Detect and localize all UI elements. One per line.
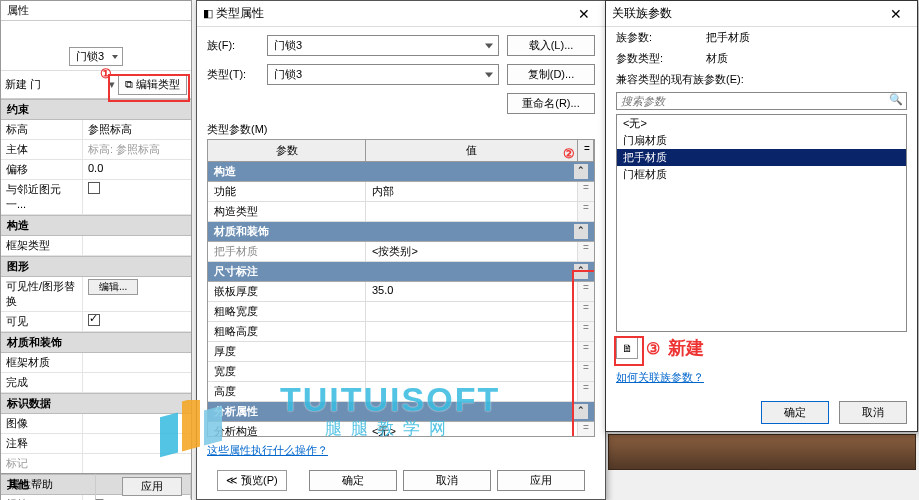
edit-type-label: 编辑类型 <box>136 77 180 92</box>
collapse-icon[interactable]: ⌃ <box>574 164 588 179</box>
lock-icon[interactable]: = <box>578 242 594 261</box>
row-fmat-label: 框架材质 <box>1 353 83 372</box>
param-list[interactable]: <无> 门扇材质 把手材质 门框材质 <box>616 114 907 332</box>
lock-icon[interactable]: = <box>578 202 594 221</box>
dialog-title: 类型属性 <box>216 5 569 22</box>
assoc-help-link[interactable]: 如何关联族参数？ <box>616 370 704 385</box>
row-offset-label: 偏移 <box>1 160 83 179</box>
type-selector[interactable]: 门锁3 <box>1 21 191 71</box>
section-identity: 标识数据 <box>1 393 191 414</box>
list-item[interactable]: 门扇材质 <box>617 132 906 149</box>
properties-panel: 属性 门锁3 新建 门 ▾ ⧉ 编辑类型 约束 标高参照标高 主体标高: 参照标… <box>0 0 192 500</box>
row-offset-val[interactable]: 0.0 <box>83 160 191 179</box>
width-val[interactable] <box>366 362 578 381</box>
assoc-titlebar[interactable]: 关联族参数 ✕ <box>606 1 917 27</box>
apply-button[interactable]: 应用 <box>497 470 585 491</box>
list-item[interactable]: <无> <box>617 115 906 132</box>
family-select[interactable]: 门锁3 <box>267 35 499 56</box>
type-properties-dialog: ◧ 类型属性 ✕ 族(F): 门锁3 载入(L)... 类型(T): 门锁3 复… <box>196 0 606 500</box>
height-val[interactable] <box>366 382 578 401</box>
width-label: 宽度 <box>208 362 366 381</box>
height-label: 高度 <box>208 382 366 401</box>
row-host-val: 标高: 参照标高 <box>83 140 191 159</box>
help-link[interactable]: 这些属性执行什么操作？ <box>207 443 328 458</box>
thick-val[interactable] <box>366 342 578 361</box>
type-select[interactable]: 门锁3 <box>267 64 499 85</box>
close-icon[interactable]: ✕ <box>569 6 599 22</box>
section-construction: 构造 <box>1 215 191 236</box>
copy-button[interactable]: 复制(D)... <box>507 64 595 85</box>
search-icon[interactable]: 🔍 <box>886 93 906 109</box>
help-link[interactable]: 属性帮助 <box>1 474 96 499</box>
func-val[interactable]: 内部 <box>366 182 578 201</box>
cat-construction[interactable]: 构造⌃ <box>208 162 594 182</box>
row-note-val[interactable] <box>83 434 191 453</box>
row-image-label: 图像 <box>1 414 83 433</box>
row-frame-val[interactable] <box>83 236 191 255</box>
apply-button[interactable]: 应用 <box>122 477 182 496</box>
cancel-button[interactable]: 取消 <box>403 470 491 491</box>
grid-header: 参数 值 = <box>208 140 594 162</box>
search-box[interactable]: 🔍 <box>616 92 907 110</box>
search-input[interactable] <box>617 93 886 109</box>
panelt-val[interactable]: 35.0 <box>366 282 578 301</box>
associate-dialog: 关联族参数 ✕ 族参数:把手材质 参数类型:材质 兼容类型的现有族参数(E): … <box>605 0 918 432</box>
rename-button[interactable]: 重命名(R)... <box>507 93 595 114</box>
row-adj-val[interactable] <box>83 180 191 214</box>
new-param-button[interactable]: 🗎 <box>616 337 638 359</box>
cancel-button[interactable]: 取消 <box>839 401 907 424</box>
type-params-grid: 参数 值 = 构造⌃ 功能内部= 构造类型= 材质和装饰⌃ 把手材质<按类别>=… <box>207 139 595 437</box>
fp-label: 族参数: <box>616 30 706 45</box>
rh-label: 粗略高度 <box>208 322 366 341</box>
row-image-val[interactable] <box>83 414 191 433</box>
ana-val[interactable]: <无> <box>366 422 578 437</box>
ctype-val[interactable] <box>366 202 578 221</box>
row-mark-val[interactable] <box>83 454 191 473</box>
lock-icon[interactable]: = <box>578 322 594 341</box>
lock-icon[interactable]: = <box>578 282 594 301</box>
preview-icon: ≪ <box>226 474 238 487</box>
list-item-selected[interactable]: 把手材质 <box>617 149 906 166</box>
pt-value: 材质 <box>706 51 728 66</box>
close-icon[interactable]: ✕ <box>881 6 911 22</box>
checkbox-icon[interactable] <box>88 182 100 194</box>
rw-val[interactable] <box>366 302 578 321</box>
list-item[interactable]: 门框材质 <box>617 166 906 183</box>
lock-icon[interactable]: = <box>578 362 594 381</box>
row-fmat-val[interactable] <box>83 353 191 372</box>
dialog-titlebar[interactable]: ◧ 类型属性 ✕ <box>197 1 605 27</box>
collapse-icon[interactable]: ⌃ <box>574 404 588 419</box>
lock-icon[interactable]: = <box>578 182 594 201</box>
section-constraint: 约束 <box>1 99 191 120</box>
load-button[interactable]: 载入(L)... <box>507 35 595 56</box>
preview-button[interactable]: ≪预览(P) <box>217 470 287 491</box>
lock-icon[interactable]: = <box>578 302 594 321</box>
handle-val[interactable]: <按类别> <box>366 242 578 261</box>
row-finish-val[interactable] <box>83 373 191 392</box>
row-host-label: 主体 <box>1 140 83 159</box>
row-elev-val[interactable]: 参照标高 <box>83 120 191 139</box>
vis-edit-button[interactable]: 编辑... <box>88 279 138 295</box>
rh-val[interactable] <box>366 322 578 341</box>
collapse-icon[interactable]: ⌃ <box>574 264 588 279</box>
checkbox-on-icon[interactable] <box>88 314 100 326</box>
func-label: 功能 <box>208 182 366 201</box>
lock-icon[interactable]: = <box>578 342 594 361</box>
annotation-num-3: ③ <box>646 339 660 358</box>
cat-material[interactable]: 材质和装饰⌃ <box>208 222 594 242</box>
row-note-label: 注释 <box>1 434 83 453</box>
type-selector-value[interactable]: 门锁3 <box>69 47 123 66</box>
lock-icon[interactable]: = <box>578 382 594 401</box>
ok-button[interactable]: 确定 <box>761 401 829 424</box>
new-icon: 🗎 <box>622 342 633 354</box>
cat-analysis[interactable]: 分析属性⌃ <box>208 402 594 422</box>
cat-dimension[interactable]: 尺寸标注⌃ <box>208 262 594 282</box>
lock-icon[interactable]: = <box>578 422 594 437</box>
collapse-icon[interactable]: ⌃ <box>574 224 588 239</box>
ok-button[interactable]: 确定 <box>309 470 397 491</box>
edit-type-button[interactable]: ⧉ 编辑类型 <box>118 74 187 95</box>
pt-label: 参数类型: <box>616 51 706 66</box>
row-vis-val[interactable]: 编辑... <box>83 277 191 311</box>
row-visible-val[interactable] <box>83 312 191 331</box>
handle-label: 把手材质 <box>208 242 366 261</box>
